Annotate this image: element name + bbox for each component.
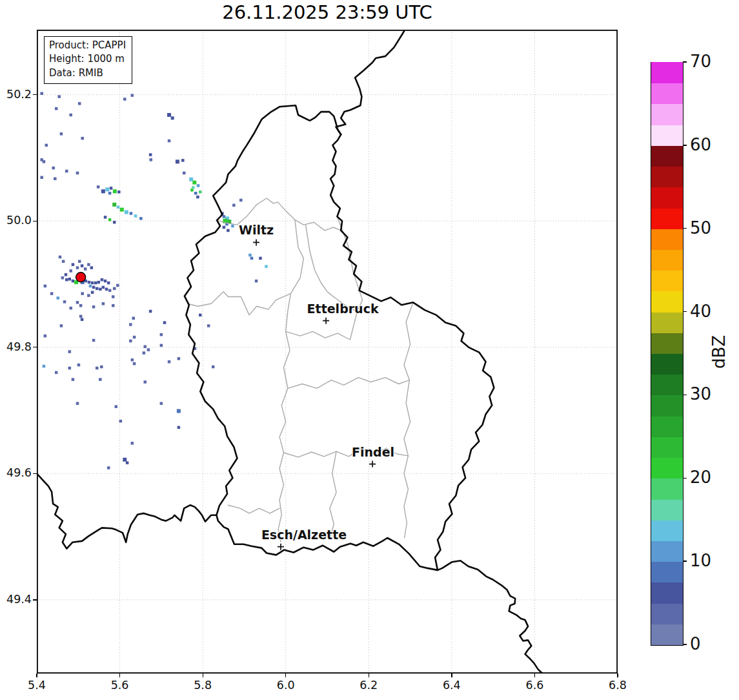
radar-echo-pixel xyxy=(100,365,103,369)
radar-echo-pixel xyxy=(255,280,258,283)
x-tick-mark xyxy=(451,674,452,677)
colorbar-tick-label: 40 xyxy=(690,302,711,321)
product-info-box: Product: PCAPPI Height: 1000 m Data: RMI… xyxy=(44,36,132,84)
radar-echo-pixel xyxy=(69,114,72,117)
radar-echo-pixel xyxy=(87,294,90,297)
radar-echo-pixel xyxy=(88,281,91,284)
radar-echo-pixel xyxy=(181,159,185,162)
radar-echo-pixel xyxy=(87,263,90,266)
country-border xyxy=(185,105,494,570)
radar-echo-pixel xyxy=(227,229,230,232)
x-tick-label: 6.4 xyxy=(443,679,461,692)
radar-echo-pixel xyxy=(102,302,105,305)
x-tick-label: 5.6 xyxy=(111,679,129,692)
colorbar-segment xyxy=(651,62,683,84)
radar-echo-pixel xyxy=(113,221,116,224)
radar-echo-pixel xyxy=(96,367,99,370)
colorbar-segment xyxy=(651,332,683,354)
canton-border xyxy=(217,198,341,231)
radar-echo-pixel xyxy=(104,216,107,219)
radar-echo-pixel xyxy=(163,321,167,324)
radar-echo-pixel xyxy=(116,284,119,287)
radar-echo-pixel xyxy=(81,264,84,267)
radar-echo-pixel xyxy=(223,226,226,229)
x-tick-mark xyxy=(36,674,37,677)
colorbar-tick-mark xyxy=(683,478,687,479)
radar-echo-pixel xyxy=(129,323,132,326)
radar-echo-pixel xyxy=(150,158,153,161)
map-plot-area: Product: PCAPPI Height: 1000 m Data: RMI… xyxy=(37,30,618,674)
radar-echo-pixel xyxy=(117,205,120,209)
axes-frame xyxy=(37,30,617,673)
radar-echo-pixel xyxy=(91,282,94,285)
radar-echo-pixel xyxy=(176,160,179,163)
colorbar-segment xyxy=(651,499,683,520)
colorbar-tick-mark xyxy=(683,61,687,63)
x-tick-label: 6.6 xyxy=(526,679,544,692)
radar-echo-pixel xyxy=(190,189,194,192)
y-tick-label: 50.2 xyxy=(0,88,32,101)
radar-echo-pixel xyxy=(207,324,210,327)
canton-border xyxy=(278,294,290,542)
radar-echo-pixel xyxy=(105,288,108,291)
colorbar-segment xyxy=(651,623,683,645)
radar-echo-pixel xyxy=(131,94,134,97)
radar-echo-pixel xyxy=(177,409,181,413)
radar-echo-pixel xyxy=(232,204,236,207)
radar-echo-pixel xyxy=(57,296,60,300)
radar-echo-pixel xyxy=(231,225,234,228)
y-tick-label: 49.8 xyxy=(0,340,32,353)
radar-echo-pixel xyxy=(92,339,96,342)
radar-echo-pixel xyxy=(168,360,171,364)
colorbar-segment xyxy=(651,415,683,437)
colorbar-tick-label: 10 xyxy=(690,551,711,570)
radar-echo-pixel xyxy=(96,287,99,291)
radar-echo-pixel xyxy=(123,98,127,101)
y-tick-mark xyxy=(33,94,37,95)
y-tick-mark xyxy=(33,221,37,221)
canton-border xyxy=(404,302,413,538)
radar-echo-pixel xyxy=(171,116,174,119)
radar-echo-pixel xyxy=(63,300,66,304)
radar-echo-pixel xyxy=(239,199,243,202)
radar-echo-pixel xyxy=(78,260,81,263)
radar-echo-pixel xyxy=(132,317,136,320)
radar-echo-pixel xyxy=(120,208,124,212)
canton-border xyxy=(290,220,303,293)
colorbar-segment xyxy=(651,478,683,500)
radar-echo-pixel xyxy=(119,420,123,423)
colorbar-segment xyxy=(651,124,683,146)
radar-echo-pixel xyxy=(43,160,46,163)
colorbar-segment xyxy=(651,437,683,458)
radar-site-dot xyxy=(76,273,86,282)
colorbar-tick-label: 30 xyxy=(690,384,711,404)
radar-echo-pixel xyxy=(112,295,115,298)
radar-echo-pixel xyxy=(68,350,72,353)
radar-echo-pixel xyxy=(108,192,112,195)
y-tick-mark xyxy=(33,347,37,347)
radar-echo-pixel xyxy=(131,358,134,362)
radar-echo-pixel xyxy=(60,324,63,327)
colorbar-segment xyxy=(651,311,683,333)
colorbar-tick-label: 0 xyxy=(690,634,701,654)
radar-echo-pixel xyxy=(131,442,134,445)
radar-echo-pixel xyxy=(65,170,68,173)
radar-echo-pixel xyxy=(196,196,199,199)
radar-echo-pixel xyxy=(160,344,163,347)
radar-echo-pixel xyxy=(199,314,202,317)
colorbar-segment xyxy=(651,83,683,105)
radar-echo-pixel xyxy=(81,292,84,295)
radar-echo-pixel xyxy=(147,348,150,351)
radar-echo-pixel xyxy=(90,266,94,269)
radar-echo-pixel xyxy=(97,185,100,189)
x-tick-label: 6.8 xyxy=(609,679,627,692)
radar-echo-pixel xyxy=(92,305,96,309)
radar-echo-pixel xyxy=(102,286,105,289)
city-marker-plus xyxy=(253,239,259,245)
radar-echo-pixel xyxy=(65,273,68,276)
radar-echo-pixel xyxy=(99,288,102,291)
x-tick-mark xyxy=(369,674,369,677)
x-tick-mark xyxy=(203,674,203,677)
colorbar-tick-label: 20 xyxy=(690,468,711,487)
radar-echo-pixel xyxy=(79,304,83,307)
